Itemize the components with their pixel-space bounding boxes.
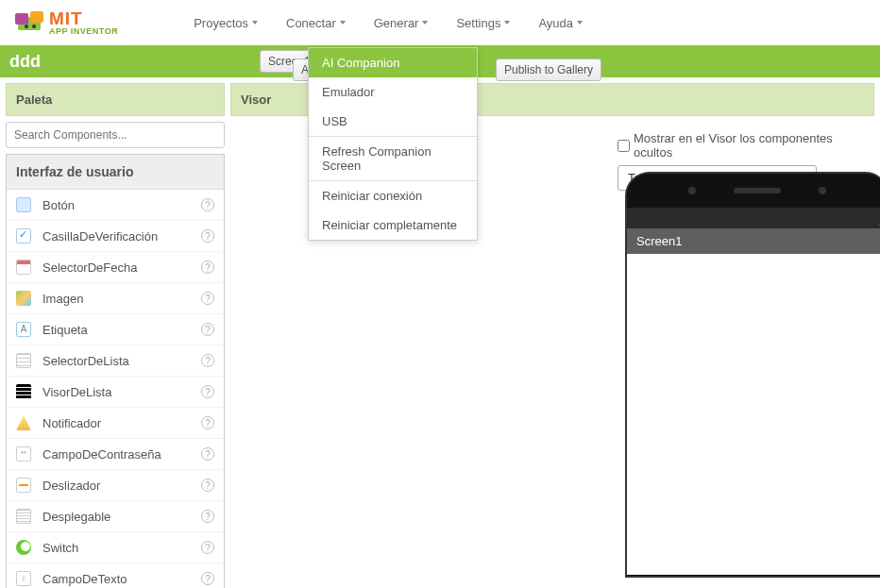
component-label: CampoDeContraseña — [42, 447, 190, 462]
help-icon[interactable]: ? — [201, 447, 214, 461]
speaker-icon — [734, 188, 781, 193]
checkbox-icon — [16, 228, 31, 244]
screen-body[interactable] — [627, 254, 880, 575]
help-icon[interactable]: ? — [201, 292, 214, 305]
textbox-icon: I — [16, 571, 31, 586]
image-icon — [16, 291, 31, 306]
palette-box: Interfaz de usuario Botón? CasillaDeVeri… — [6, 154, 225, 588]
screen-title-bar: Screen1 — [627, 228, 880, 254]
svg-rect-2 — [30, 11, 43, 23]
help-icon[interactable]: ? — [201, 198, 214, 211]
listview-icon — [16, 384, 31, 399]
caret-icon — [422, 21, 428, 25]
svg-point-4 — [32, 25, 36, 28]
show-hidden-row[interactable]: Mostrar en el Visor los componentes ocul… — [618, 131, 871, 160]
component-label: Etiqueta — [42, 323, 190, 337]
component-label: CampoDeTexto — [42, 572, 190, 586]
listpicker-icon — [16, 353, 31, 368]
component-label: Deslizador — [42, 479, 190, 493]
notifier-icon — [16, 415, 31, 430]
dropdown-usb[interactable]: USB — [309, 107, 477, 136]
slider-icon — [16, 478, 31, 493]
phone-preview: ◢ Screen1 — [625, 172, 880, 578]
show-hidden-label: Mostrar en el Visor los componentes ocul… — [634, 131, 871, 160]
help-icon[interactable]: ? — [201, 385, 214, 398]
spinner-icon — [16, 509, 31, 524]
brand-sub: APP INVENTOR — [49, 27, 118, 36]
label-icon: A — [16, 322, 31, 337]
dropdown-refresh[interactable]: Refresh Companion Screen — [309, 137, 477, 180]
help-icon[interactable]: ? — [201, 541, 214, 554]
component-visor-lista[interactable]: VisorDeLista? — [7, 377, 224, 408]
help-icon[interactable]: ? — [201, 510, 214, 523]
caret-icon — [577, 21, 583, 25]
show-hidden-checkbox[interactable] — [618, 140, 630, 152]
brand-mit: MIT — [49, 9, 118, 27]
caret-icon — [340, 21, 346, 25]
component-notificador[interactable]: Notificador? — [7, 408, 224, 439]
component-label: CasillaDeVerificación — [42, 229, 190, 244]
brand-text: MIT APP INVENTOR — [49, 9, 118, 36]
dropdown-ai-companion[interactable]: AI Companion — [309, 48, 477, 77]
help-icon[interactable]: ? — [201, 354, 214, 367]
component-label: Imagen — [42, 292, 190, 306]
project-name: ddd — [8, 52, 41, 72]
palette-column: Paleta Interfaz de usuario Botón? Casill… — [0, 77, 230, 588]
component-deslizador[interactable]: Deslizador? — [7, 470, 224, 501]
menu-settings[interactable]: Settings — [456, 16, 510, 30]
help-icon[interactable]: ? — [201, 572, 214, 585]
logo-icon — [15, 11, 43, 34]
component-casilla[interactable]: CasillaDeVerificación? — [7, 221, 224, 252]
menu-generar-label: Generar — [374, 16, 419, 30]
search-components-input[interactable] — [6, 122, 225, 148]
component-label: Switch — [42, 541, 190, 555]
button-icon — [16, 197, 31, 212]
dropdown-emulador[interactable]: Emulador — [309, 77, 477, 107]
help-icon[interactable]: ? — [201, 479, 214, 492]
component-boton[interactable]: Botón? — [7, 190, 224, 221]
component-fecha[interactable]: SelectorDeFecha? — [7, 252, 224, 283]
publish-gallery-button[interactable]: Publish to Gallery — [496, 59, 601, 81]
component-contrasena[interactable]: **CampoDeContraseña? — [7, 439, 224, 470]
main-menu: Proyectos Conectar Generar Settings Ayud… — [194, 16, 583, 30]
phone-top — [627, 174, 880, 208]
help-icon[interactable]: ? — [201, 323, 214, 336]
menu-generar[interactable]: Generar — [374, 16, 429, 30]
menu-proyectos-label: Proyectos — [194, 16, 248, 30]
dropdown-reiniciar-conexion[interactable]: Reiniciar conexión — [309, 181, 477, 210]
logo[interactable]: MIT APP INVENTOR — [15, 9, 118, 36]
dropdown-reiniciar-completo[interactable]: Reiniciar completamente — [309, 210, 477, 240]
menu-proyectos[interactable]: Proyectos — [194, 16, 258, 30]
component-selector-lista[interactable]: SelectorDeLista? — [7, 345, 224, 377]
component-label: SelectorDeFecha — [42, 260, 190, 275]
switch-icon — [16, 540, 31, 555]
component-desplegable[interactable]: Desplegable? — [7, 501, 224, 532]
menu-ayuda-label: Ayuda — [538, 16, 573, 30]
menu-settings-label: Settings — [456, 16, 500, 30]
help-icon[interactable]: ? — [201, 416, 214, 429]
phone-statusbar: ◢ — [627, 208, 880, 228]
password-icon: ** — [16, 446, 31, 462]
component-label: Desplegable — [42, 510, 190, 524]
component-label: SelectorDeLista — [42, 354, 190, 368]
topbar: MIT APP INVENTOR Proyectos Conectar Gene… — [0, 0, 880, 45]
menu-ayuda[interactable]: Ayuda — [538, 16, 583, 30]
category-interfaz-usuario[interactable]: Interfaz de usuario — [7, 155, 224, 190]
caret-icon — [504, 21, 510, 25]
help-icon[interactable]: ? — [201, 229, 214, 243]
datepicker-icon — [16, 260, 31, 275]
help-icon[interactable]: ? — [201, 260, 214, 274]
svg-point-3 — [25, 25, 28, 28]
palette-title: Paleta — [6, 83, 225, 116]
caret-icon — [252, 21, 258, 25]
component-texto[interactable]: ICampoDeTexto? — [7, 563, 224, 588]
component-etiqueta[interactable]: AEtiqueta? — [7, 314, 224, 345]
component-switch[interactable]: Switch? — [7, 532, 224, 563]
menu-conectar-label: Conectar — [286, 16, 336, 30]
component-imagen[interactable]: Imagen? — [7, 283, 224, 314]
svg-rect-1 — [15, 13, 28, 25]
component-label: Notificador — [42, 416, 190, 430]
sensor-icon — [688, 187, 696, 194]
component-label: Botón — [42, 198, 190, 212]
menu-conectar[interactable]: Conectar — [286, 16, 346, 30]
